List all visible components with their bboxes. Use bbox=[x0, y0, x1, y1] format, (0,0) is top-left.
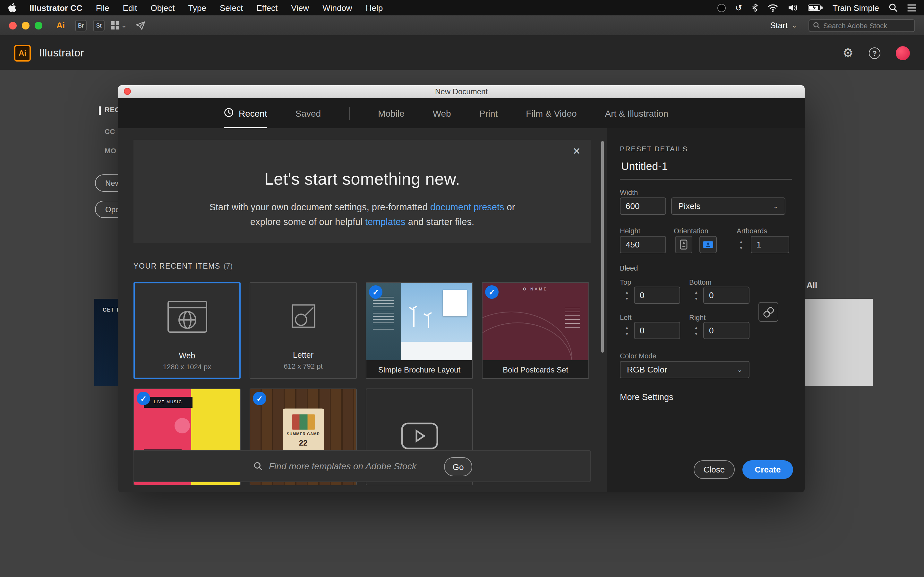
hero-panel: ✕ Let's start something new. Start with … bbox=[134, 140, 591, 243]
dnd-icon[interactable] bbox=[717, 3, 725, 12]
menu-object[interactable]: Object bbox=[150, 3, 174, 13]
content-scrollbar[interactable] bbox=[601, 141, 604, 353]
dialog-close-button[interactable] bbox=[124, 88, 131, 95]
tab-art-illustration[interactable]: Art & Illustration bbox=[605, 98, 669, 128]
step-down-icon[interactable]: ▼ bbox=[694, 297, 698, 300]
arrange-documents-icon[interactable]: ⌄ bbox=[111, 21, 127, 29]
step-down-icon[interactable]: ▼ bbox=[739, 246, 743, 250]
sidebar-item-mobile[interactable]: MO bbox=[105, 147, 116, 155]
volume-icon[interactable] bbox=[788, 4, 798, 11]
menu-edit[interactable]: Edit bbox=[123, 3, 137, 13]
menu-help[interactable]: Help bbox=[366, 3, 383, 13]
bleed-right-input[interactable] bbox=[703, 322, 750, 339]
notification-center-icon[interactable] bbox=[907, 4, 916, 11]
menu-type[interactable]: Type bbox=[188, 3, 206, 13]
color-mode-dropdown[interactable]: RGB Color ⌄ bbox=[620, 361, 750, 378]
zoom-window-button[interactable] bbox=[35, 21, 42, 29]
more-settings-link[interactable]: More Settings bbox=[620, 392, 674, 402]
step-up-icon[interactable]: ▲ bbox=[694, 290, 698, 294]
step-down-icon[interactable]: ▼ bbox=[625, 332, 629, 335]
chevron-down-icon: ⌄ bbox=[773, 203, 779, 210]
menubar-status-text[interactable]: Train Simple bbox=[833, 3, 879, 13]
minimize-window-button[interactable] bbox=[22, 21, 29, 29]
orientation-portrait-button[interactable] bbox=[675, 236, 692, 253]
tab-web[interactable]: Web bbox=[433, 98, 451, 128]
hero-close-icon[interactable]: ✕ bbox=[573, 145, 581, 157]
template-tile-postcards[interactable]: ✓ O NAME Bold Postcards Set bbox=[482, 282, 589, 379]
spotlight-icon[interactable] bbox=[889, 3, 898, 12]
web-preset-icon bbox=[135, 284, 239, 350]
sidebar-item-cc[interactable]: CC bbox=[105, 127, 115, 135]
bleed-link-button[interactable] bbox=[758, 302, 779, 322]
close-window-button[interactable] bbox=[9, 21, 17, 29]
step-up-icon[interactable]: ▲ bbox=[694, 326, 698, 329]
dialog-title: New Document bbox=[435, 87, 488, 96]
help-icon[interactable]: ? bbox=[869, 47, 880, 59]
step-up-icon[interactable]: ▲ bbox=[625, 326, 629, 329]
template-tile-brochure[interactable]: ✓ Simple Brochure Layout bbox=[366, 282, 473, 379]
bleed-left-input[interactable] bbox=[634, 322, 680, 339]
menu-view[interactable]: View bbox=[291, 3, 309, 13]
tile-subtitle: 612 x 792 pt bbox=[250, 362, 356, 370]
downloaded-check-icon: ✓ bbox=[369, 285, 383, 299]
sync-icon[interactable]: ↺ bbox=[735, 3, 742, 13]
adobe-stock-search-field[interactable] bbox=[809, 19, 915, 32]
template-search-input[interactable] bbox=[269, 461, 442, 471]
share-icon[interactable] bbox=[136, 21, 146, 30]
preset-tile-web[interactable]: Web 1280 x 1024 px bbox=[134, 282, 241, 379]
step-up-icon[interactable]: ▲ bbox=[625, 290, 629, 294]
bridge-app-icon[interactable]: Br bbox=[75, 19, 87, 31]
see-all-link[interactable]: All bbox=[806, 280, 817, 290]
tab-film-video[interactable]: Film & Video bbox=[526, 98, 577, 128]
menu-select[interactable]: Select bbox=[220, 3, 243, 13]
battery-icon[interactable] bbox=[808, 4, 823, 11]
create-button[interactable]: Create bbox=[742, 460, 793, 479]
bleed-bottom-stepper[interactable]: ▲▼ bbox=[692, 287, 701, 304]
bleed-right-stepper[interactable]: ▲▼ bbox=[692, 322, 701, 339]
settings-gear-icon[interactable]: ⚙ bbox=[843, 47, 853, 59]
artboards-stepper[interactable]: ▲ ▼ bbox=[737, 236, 746, 253]
adobe-stock-search-input[interactable] bbox=[823, 21, 914, 29]
tab-recent[interactable]: Recent bbox=[224, 98, 267, 128]
menu-window[interactable]: Window bbox=[322, 3, 352, 13]
width-label: Width bbox=[620, 189, 638, 196]
document-name-input[interactable] bbox=[620, 158, 792, 179]
tab-mobile[interactable]: Mobile bbox=[378, 98, 405, 128]
menubar-app-name[interactable]: Illustrator CC bbox=[29, 3, 82, 13]
hero-body: Start with your own document settings, p… bbox=[134, 200, 591, 229]
stock-app-icon[interactable]: St bbox=[93, 19, 105, 31]
artboards-input[interactable] bbox=[751, 236, 789, 253]
preset-tile-letter[interactable]: Letter 612 x 792 pt bbox=[250, 282, 357, 379]
templates-link[interactable]: templates bbox=[365, 217, 405, 227]
tile-title: Letter bbox=[250, 351, 356, 359]
illustrator-app-icon[interactable]: Ai bbox=[57, 21, 65, 30]
tab-print[interactable]: Print bbox=[479, 98, 498, 128]
menu-file[interactable]: File bbox=[96, 3, 110, 13]
apple-icon[interactable] bbox=[8, 3, 16, 13]
orientation-landscape-button[interactable] bbox=[699, 236, 717, 253]
step-down-icon[interactable]: ▼ bbox=[625, 297, 629, 300]
step-down-icon[interactable]: ▼ bbox=[694, 332, 698, 335]
height-input[interactable] bbox=[620, 236, 666, 253]
bleed-top-stepper[interactable]: ▲▼ bbox=[622, 287, 632, 304]
bleed-left-stepper[interactable]: ▲▼ bbox=[622, 322, 632, 339]
menu-effect[interactable]: Effect bbox=[256, 3, 278, 13]
bluetooth-icon[interactable] bbox=[752, 3, 758, 12]
step-up-icon[interactable]: ▲ bbox=[739, 239, 743, 243]
tab-saved[interactable]: Saved bbox=[296, 98, 321, 128]
template-search-bar: Go bbox=[134, 450, 591, 482]
new-document-dialog: New Document Recent Saved Mobile Web Pri… bbox=[118, 85, 804, 492]
wifi-icon[interactable] bbox=[767, 3, 778, 12]
document-presets-link[interactable]: document presets bbox=[430, 202, 504, 212]
bleed-bottom-input[interactable] bbox=[703, 287, 750, 304]
chevron-down-icon: ⌄ bbox=[121, 22, 127, 29]
close-button[interactable]: Close bbox=[694, 460, 735, 479]
tile-title: Bold Postcards Set bbox=[483, 360, 588, 379]
start-workspace-dropdown[interactable]: Start⌄ bbox=[770, 21, 797, 30]
go-button[interactable]: Go bbox=[444, 457, 472, 476]
units-dropdown[interactable]: Pixels ⌄ bbox=[671, 197, 785, 215]
bleed-top-input[interactable] bbox=[634, 287, 680, 304]
width-input[interactable] bbox=[620, 197, 666, 215]
account-avatar[interactable] bbox=[896, 46, 910, 60]
sidebar-item-recent[interactable]: REC bbox=[105, 106, 120, 113]
